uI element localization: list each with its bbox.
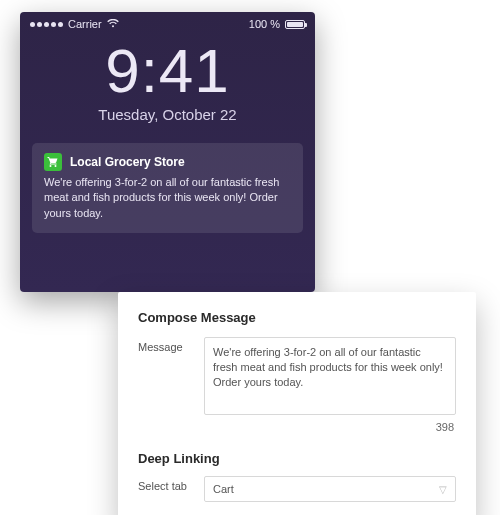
status-left: Carrier	[30, 18, 119, 30]
compose-panel: Compose Message Message 398 Deep Linking…	[118, 292, 476, 515]
select-row: Select tab Cart ▽	[138, 476, 456, 502]
phone-lockscreen: Carrier 100 % 9:41 Tuesday, October 22 L…	[20, 12, 315, 292]
select-tab-label: Select tab	[138, 476, 190, 492]
time-label: 9:41	[20, 40, 315, 102]
wifi-icon	[107, 18, 119, 30]
notification-header: Local Grocery Store	[44, 153, 291, 171]
cart-icon	[44, 153, 62, 171]
compose-heading: Compose Message	[138, 310, 456, 325]
char-counter: 398	[138, 421, 456, 433]
deep-linking-heading: Deep Linking	[138, 451, 456, 466]
deep-linking-section: Deep Linking Select tab Cart ▽	[138, 451, 456, 502]
message-label: Message	[138, 337, 190, 353]
message-row: Message	[138, 337, 456, 415]
message-input[interactable]	[204, 337, 456, 415]
notification-card[interactable]: Local Grocery Store We're offering 3-for…	[32, 143, 303, 233]
clock: 9:41 Tuesday, October 22	[20, 40, 315, 123]
select-tab-dropdown[interactable]: Cart ▽	[204, 476, 456, 502]
date-label: Tuesday, October 22	[20, 106, 315, 123]
signal-dots-icon	[30, 22, 63, 27]
status-bar: Carrier 100 %	[20, 12, 315, 32]
chevron-down-icon: ▽	[439, 484, 447, 495]
status-right: 100 %	[249, 18, 305, 30]
battery-icon	[285, 20, 305, 29]
notification-body: We're offering 3-for-2 on all of our fan…	[44, 175, 291, 221]
carrier-label: Carrier	[68, 18, 102, 30]
select-tab-value: Cart	[213, 483, 234, 495]
notification-title: Local Grocery Store	[70, 155, 185, 169]
battery-pct: 100 %	[249, 18, 280, 30]
